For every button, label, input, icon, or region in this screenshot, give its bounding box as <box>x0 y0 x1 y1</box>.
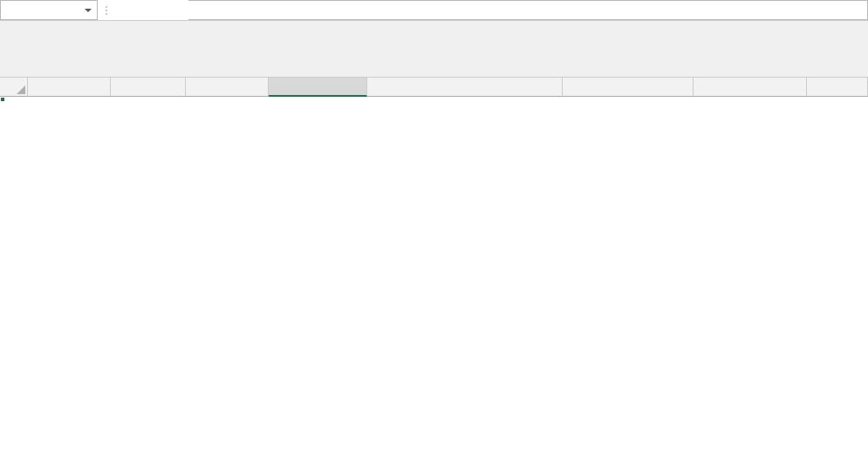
fill-handle[interactable] <box>0 97 5 102</box>
col-header-A[interactable] <box>28 78 111 97</box>
chevron-down-icon[interactable] <box>85 9 92 12</box>
col-header-E[interactable] <box>367 78 564 97</box>
name-box[interactable] <box>0 0 98 20</box>
column-headers-row <box>0 78 868 97</box>
col-header-B[interactable] <box>111 78 186 97</box>
formula-bar-buttons <box>115 0 188 20</box>
formula-bar <box>0 0 868 21</box>
col-header-G[interactable] <box>694 78 807 97</box>
col-header-F[interactable] <box>563 78 694 97</box>
col-header-D[interactable] <box>269 78 367 97</box>
formula-input[interactable] <box>188 0 868 20</box>
ribbon-gap <box>0 21 868 78</box>
select-all-corner[interactable] <box>0 78 28 97</box>
spreadsheet-grid <box>0 78 868 97</box>
formula-bar-divider <box>98 0 115 20</box>
col-header-C[interactable] <box>186 78 269 97</box>
col-header-extra[interactable] <box>807 78 868 97</box>
